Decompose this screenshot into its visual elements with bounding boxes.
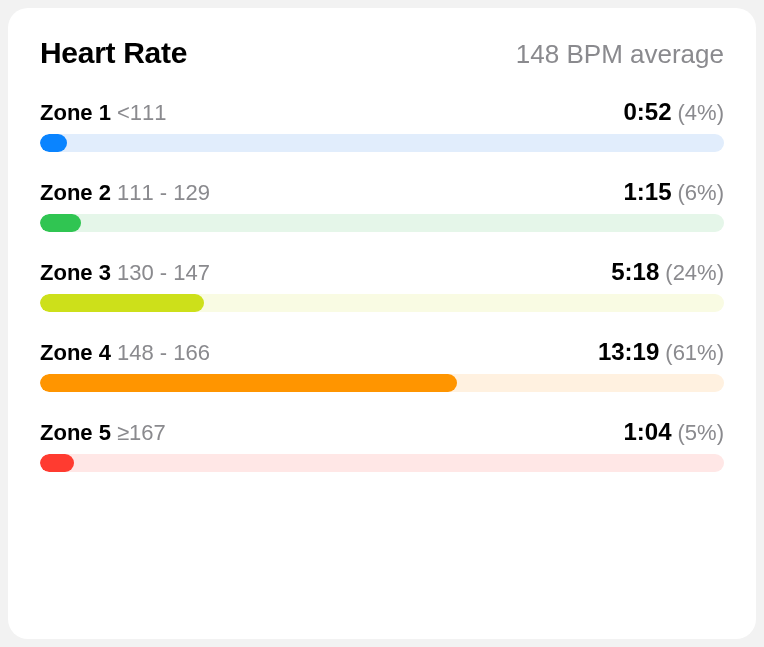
zone-header: Zone 5≥1671:04(5%) [40, 418, 724, 446]
zone-value-group: 1:15(6%) [624, 178, 725, 206]
zone-percent: (6%) [678, 180, 724, 206]
zone-row: Zone 2111 - 1291:15(6%) [40, 178, 724, 232]
zone-range: 130 - 147 [117, 260, 210, 286]
zone-header: Zone 3130 - 1475:18(24%) [40, 258, 724, 286]
zone-row: Zone 1<1110:52(4%) [40, 98, 724, 152]
zone-label-group: Zone 2111 - 129 [40, 180, 210, 206]
zone-range: 111 - 129 [117, 180, 210, 206]
zone-row: Zone 4148 - 16613:19(61%) [40, 338, 724, 392]
zone-name: Zone 4 [40, 340, 111, 366]
zone-percent: (61%) [665, 340, 724, 366]
zone-bar-fill [40, 294, 204, 312]
zone-label-group: Zone 4148 - 166 [40, 340, 210, 366]
zone-bar-track [40, 294, 724, 312]
zone-value-group: 1:04(5%) [624, 418, 725, 446]
zones-list: Zone 1<1110:52(4%)Zone 2111 - 1291:15(6%… [40, 98, 724, 472]
zone-name: Zone 2 [40, 180, 111, 206]
zone-label-group: Zone 5≥167 [40, 420, 166, 446]
zone-bar-track [40, 214, 724, 232]
zone-bar-track [40, 134, 724, 152]
zone-time: 0:52 [624, 98, 672, 126]
zone-header: Zone 4148 - 16613:19(61%) [40, 338, 724, 366]
zone-bar-track [40, 374, 724, 392]
zone-value-group: 13:19(61%) [598, 338, 724, 366]
zone-range: <111 [117, 100, 167, 126]
zone-header: Zone 1<1110:52(4%) [40, 98, 724, 126]
zone-bar-fill [40, 454, 74, 472]
zone-value-group: 5:18(24%) [611, 258, 724, 286]
zone-name: Zone 5 [40, 420, 111, 446]
zone-time: 13:19 [598, 338, 659, 366]
card-summary: 148 BPM average [516, 39, 724, 70]
zone-percent: (24%) [665, 260, 724, 286]
zone-row: Zone 3130 - 1475:18(24%) [40, 258, 724, 312]
zone-bar-fill [40, 134, 67, 152]
zone-percent: (5%) [678, 420, 724, 446]
zone-time: 5:18 [611, 258, 659, 286]
zone-percent: (4%) [678, 100, 724, 126]
zone-label-group: Zone 1<111 [40, 100, 166, 126]
zone-time: 1:15 [624, 178, 672, 206]
zone-bar-fill [40, 214, 81, 232]
heart-rate-card: Heart Rate 148 BPM average Zone 1<1110:5… [8, 8, 756, 639]
zone-range: 148 - 166 [117, 340, 210, 366]
zone-bar-fill [40, 374, 457, 392]
zone-range: ≥167 [117, 420, 166, 446]
card-title: Heart Rate [40, 36, 187, 70]
zone-name: Zone 3 [40, 260, 111, 286]
zone-bar-track [40, 454, 724, 472]
zone-header: Zone 2111 - 1291:15(6%) [40, 178, 724, 206]
zone-name: Zone 1 [40, 100, 111, 126]
zone-time: 1:04 [624, 418, 672, 446]
zone-row: Zone 5≥1671:04(5%) [40, 418, 724, 472]
zone-label-group: Zone 3130 - 147 [40, 260, 210, 286]
card-header: Heart Rate 148 BPM average [40, 36, 724, 70]
zone-value-group: 0:52(4%) [624, 98, 725, 126]
